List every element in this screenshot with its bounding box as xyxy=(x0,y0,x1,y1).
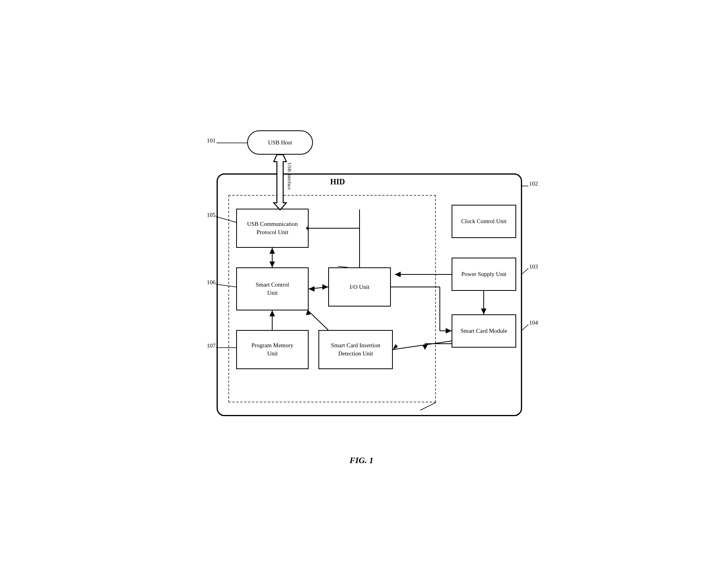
usb-cpu-label: USB CommunicationProtocol Unit xyxy=(247,220,298,236)
scu-label: Smart ControlUnit xyxy=(256,281,289,297)
pmu-box: Program MemoryUnit xyxy=(236,330,309,369)
scu-box: Smart ControlUnit xyxy=(236,267,309,310)
ccu-box: Clock Control Unit xyxy=(452,205,516,238)
usb-cpu-box: USB CommunicationProtocol Unit xyxy=(236,209,309,248)
io-label: I/O Unit xyxy=(350,283,369,291)
label-101: 101 xyxy=(207,137,216,144)
svg-line-34 xyxy=(521,325,528,331)
label-104: 104 xyxy=(529,319,538,326)
label-105: 105 xyxy=(207,212,216,218)
usb-host-box: USB Host xyxy=(247,130,313,155)
scid-box: Smart Card InsertionDetection Unit xyxy=(318,330,393,369)
pmu-label: Program MemoryUnit xyxy=(251,341,293,358)
svg-line-33 xyxy=(521,269,528,274)
label-107: 107 xyxy=(207,343,216,349)
scm-label: Smart Card Module xyxy=(461,327,507,335)
hid-title: HID xyxy=(330,177,345,186)
label-102: 102 xyxy=(529,180,538,187)
diagram: USB Host 101 HID 102 USB CommunicationPr… xyxy=(185,123,538,444)
io-box: I/O Unit xyxy=(328,267,391,307)
usb-interface-label: USB Interface xyxy=(286,163,292,190)
scid-label: Smart Card InsertionDetection Unit xyxy=(331,341,380,358)
psu-box: Power Supply Unit xyxy=(452,258,516,291)
label-106: 106 xyxy=(207,279,216,286)
scm-box: Smart Card Module xyxy=(452,314,516,348)
usb-host-label: USB Host xyxy=(268,139,292,147)
label-103: 103 xyxy=(529,263,538,270)
fig-caption: FIG. 1 xyxy=(349,455,373,465)
psu-label: Power Supply Unit xyxy=(461,270,506,278)
ccu-label: Clock Control Unit xyxy=(461,217,507,225)
